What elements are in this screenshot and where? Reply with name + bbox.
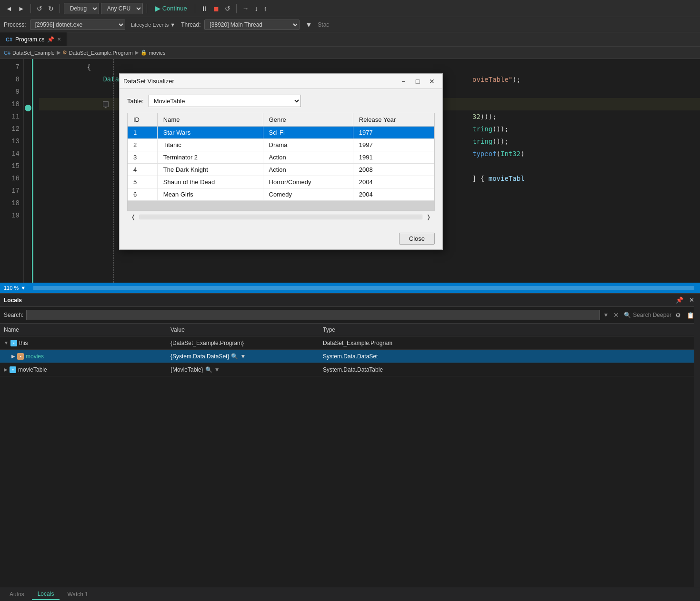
cell-genre: Drama	[263, 139, 353, 151]
magnifier-icon-movietable[interactable]: 🔍	[205, 366, 212, 373]
modal-body: Table: MovieTable ID Name Genre Release …	[120, 89, 442, 228]
step-over-button[interactable]: →	[240, 4, 251, 13]
locals-col-name-header: Name	[0, 325, 167, 334]
locals-cell-type-movietable: System.Data.DataTable	[319, 365, 700, 374]
tab-close-button[interactable]: ✕	[57, 37, 61, 42]
locals-panel: Locals 📌 ✕ Search: ▼ ✕ 🔍 Search Deeper ⚙…	[0, 293, 700, 587]
breadcrumb-member[interactable]: movies	[149, 50, 166, 56]
cell-genre: Action	[263, 164, 353, 176]
main-layout: C# Program.cs 📌 ✕ C# DataSet_Example ▶ ⚙…	[0, 32, 700, 601]
cell-name: Mean Girls	[157, 188, 263, 201]
back-button[interactable]: ◄	[4, 4, 14, 13]
locals-cell-value-movies: {System.Data.DataSet} 🔍 ▼	[167, 352, 319, 361]
value-dropdown-movietable[interactable]: ▼	[214, 366, 220, 373]
breadcrumb-icon-1: C#	[4, 50, 10, 56]
obj-icon-movietable: ▪	[10, 366, 16, 373]
continue-button[interactable]: ▶ Continue	[151, 3, 191, 14]
breadcrumb-bar: C# DataSet_Example ▶ ⚙ DataSet_Example.P…	[0, 47, 700, 59]
table-header-row: ID Name Genre Release Year	[128, 113, 434, 127]
cell-id: 4	[128, 164, 157, 176]
code-line-7: {	[39, 61, 700, 73]
search-dropdown-arrow[interactable]: ▼	[603, 312, 609, 318]
collapse-line	[113, 59, 114, 283]
table-row[interactable]: 6 Mean Girls Comedy 2004	[128, 188, 434, 201]
cell-genre: Sci-Fi	[263, 127, 353, 139]
scroll-track[interactable]	[140, 215, 422, 219]
step-out-button[interactable]: ↑	[262, 4, 269, 13]
separator-2	[60, 4, 60, 13]
expand-arrow-movies[interactable]: ▶	[11, 354, 15, 359]
pause-button[interactable]: ⏸	[199, 4, 210, 13]
redo-button[interactable]: ↻	[46, 4, 56, 13]
table-row[interactable]: 3 Terminator 2 Action 1991	[128, 151, 434, 164]
search-clear-button[interactable]: ✕	[611, 311, 621, 319]
search-deeper-icon: 🔍	[624, 312, 631, 318]
process-select[interactable]: [29596] dotnet.exe	[30, 20, 125, 30]
breadcrumb-class[interactable]: DataSet_Example.Program	[69, 50, 133, 56]
table-row[interactable]: 4 The Dark Knight Action 2008	[128, 164, 434, 176]
search-label: Search:	[4, 312, 23, 318]
close-button[interactable]: Close	[399, 233, 435, 245]
tab-bar: C# Program.cs 📌 ✕	[0, 32, 700, 47]
table-select[interactable]: MovieTable	[149, 95, 301, 107]
panel-scrollbar[interactable]	[694, 294, 700, 587]
table-row[interactable]: 2 Titanic Drama 1997	[128, 139, 434, 151]
search-actions: 🔍 Search Deeper ⚙ 📋	[624, 311, 696, 319]
tab-autos[interactable]: Autos	[4, 589, 30, 600]
cell-id: 5	[128, 176, 157, 188]
scroll-right-button[interactable]: ❭	[424, 214, 433, 220]
breadcrumb-sep-2: ▶	[135, 49, 139, 56]
locals-table-container: ▼ ▪ this {DataSet_Example.Program} DataS…	[0, 336, 700, 582]
table-row[interactable]: 5 Shaun of the Dead Horror/Comedy 2004	[128, 176, 434, 188]
tab-locals[interactable]: Locals	[32, 589, 60, 600]
cell-id: 3	[128, 151, 157, 164]
tab-watch1[interactable]: Watch 1	[61, 589, 94, 600]
zoom-dropdown-icon[interactable]: ▼	[20, 285, 26, 291]
scroll-left-button[interactable]: ❬	[129, 214, 138, 220]
magnifier-icon[interactable]: 🔍	[231, 353, 238, 360]
play-icon: ▶	[155, 4, 160, 13]
panel-title-bar: Locals 📌 ✕	[0, 294, 700, 307]
stack-label: Stac	[318, 21, 329, 28]
pin-panel-button[interactable]: 📌	[674, 296, 685, 304]
dataset-visualizer-dialog: DataSet Visualizer − □ ✕ Table: MovieTab…	[119, 73, 443, 250]
modal-minimize-button[interactable]: −	[397, 76, 410, 87]
tab-program-cs[interactable]: C# Program.cs 📌 ✕	[0, 32, 67, 46]
search-settings-button[interactable]: ⚙	[673, 311, 683, 319]
col-header-year: Release Year	[353, 113, 434, 127]
filter-button[interactable]: ▼	[303, 20, 314, 30]
restart-button[interactable]: ↺	[223, 4, 232, 13]
lifecycle-events-button[interactable]: Lifecycle Events ▼	[129, 21, 177, 29]
breadcrumb-project[interactable]: DataSet_Example	[12, 50, 55, 56]
panel-title: Locals	[4, 297, 22, 304]
scroll-indicator	[33, 286, 694, 290]
cpu-select[interactable]: Any CPU	[101, 3, 143, 14]
value-dropdown[interactable]: ▼	[240, 353, 246, 360]
forward-button[interactable]: ►	[16, 4, 27, 13]
cell-name: Star Wars	[157, 127, 263, 139]
process-bar: Process: [29596] dotnet.exe Lifecycle Ev…	[0, 17, 700, 32]
separator-4	[195, 4, 195, 13]
zoom-control: 110 % ▼	[4, 285, 26, 291]
table-label: Table:	[127, 98, 144, 105]
undo-button[interactable]: ↺	[35, 4, 44, 13]
locals-row-this[interactable]: ▼ ▪ this {DataSet_Example.Program} DataS…	[0, 336, 700, 350]
locals-cell-name-this: ▼ ▪ this	[0, 339, 167, 347]
expand-arrow-movietable[interactable]: ▶	[4, 367, 8, 372]
stop-button[interactable]: ◼	[211, 4, 221, 13]
modal-maximize-button[interactable]: □	[411, 76, 424, 87]
cell-genre: Comedy	[263, 188, 353, 201]
locals-header: Name Value Type	[0, 324, 700, 336]
step-into-button[interactable]: ↓	[253, 4, 260, 13]
debug-config-select[interactable]: Debug	[64, 3, 99, 14]
thread-select[interactable]: [38920] Main Thread	[204, 20, 300, 30]
cell-year: 2008	[353, 164, 434, 176]
locals-row-movietable[interactable]: ▶ ▪ movieTable {MovieTable} 🔍 ▼ System.D…	[0, 363, 700, 376]
data-table: ID Name Genre Release Year 1 Star Wars S…	[128, 113, 434, 201]
locals-row-movies[interactable]: ▶ ▪ movies {System.Data.DataSet} 🔍 ▼ Sys…	[0, 350, 700, 363]
search-input[interactable]	[26, 310, 600, 320]
modal-close-button[interactable]: ✕	[425, 76, 439, 87]
expand-arrow-this[interactable]: ▼	[4, 340, 9, 345]
search-deeper-label[interactable]: Search Deeper	[633, 312, 671, 318]
table-row[interactable]: 1 Star Wars Sci-Fi 1977	[128, 127, 434, 139]
